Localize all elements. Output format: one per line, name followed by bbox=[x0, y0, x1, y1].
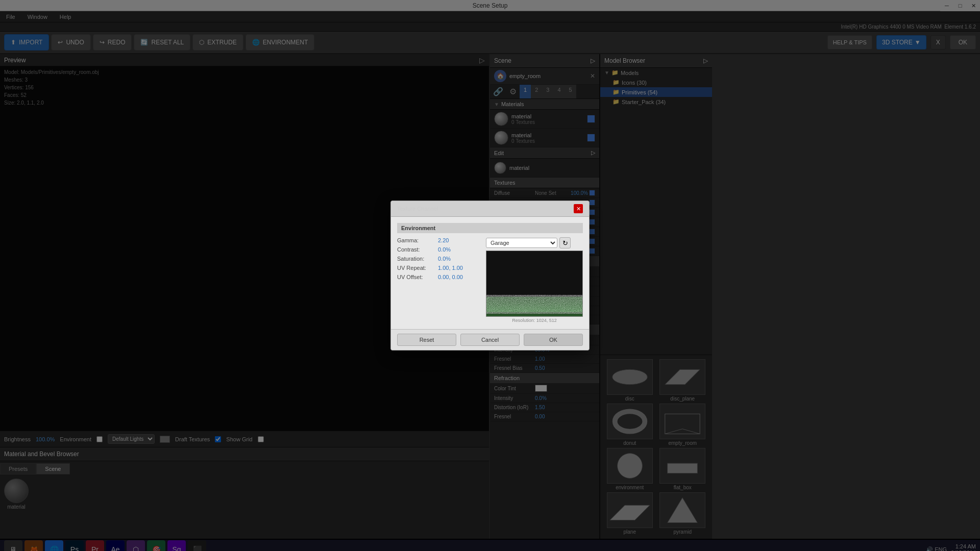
contrast-value[interactable]: 0.0% bbox=[438, 246, 451, 253]
contrast-label: Contrast: bbox=[397, 246, 438, 253]
texture-dropdown[interactable]: Garage bbox=[486, 238, 557, 248]
modal-ok-button[interactable]: OK bbox=[524, 334, 583, 346]
modal-content-area: Gamma: 2.20 Contrast: 0.0% Saturation: 0… bbox=[397, 237, 583, 323]
modal-footer: Reset Cancel OK bbox=[391, 329, 589, 350]
modal-reset-button[interactable]: Reset bbox=[397, 334, 456, 346]
modal-dropdown-row: Garage ↻ bbox=[486, 237, 583, 248]
uv-offset-label: UV Offset: bbox=[397, 274, 438, 280]
uv-repeat-value[interactable]: 1.00, 1.00 bbox=[438, 265, 463, 271]
modal-resolution: Resolution: 1024, 512 bbox=[486, 318, 583, 323]
modal-preview-area bbox=[486, 251, 583, 317]
modal-gamma-row: Gamma: 2.20 bbox=[397, 237, 482, 243]
preview-noise-svg bbox=[486, 251, 582, 316]
modal-title-bar: Texture Channel ✕ bbox=[391, 201, 589, 217]
modal-title: Texture Channel bbox=[397, 206, 438, 212]
modal-section-header: Environment bbox=[397, 223, 583, 233]
modal-overlay: Texture Channel ✕ Environment Gamma: 2.2… bbox=[0, 0, 980, 551]
saturation-label: Saturation: bbox=[397, 256, 438, 262]
svg-rect-10 bbox=[486, 297, 582, 312]
modal-saturation-row: Saturation: 0.0% bbox=[397, 256, 482, 262]
modal-contrast-row: Contrast: 0.0% bbox=[397, 246, 482, 253]
modal-uv-offset-row: UV Offset: 0.00, 0.00 bbox=[397, 274, 482, 280]
modal-uv-repeat-row: UV Repeat: 1.00, 1.00 bbox=[397, 265, 482, 271]
modal-close-button[interactable]: ✕ bbox=[574, 204, 583, 213]
modal-left: Gamma: 2.20 Contrast: 0.0% Saturation: 0… bbox=[397, 237, 482, 323]
saturation-value[interactable]: 0.0% bbox=[438, 256, 451, 262]
gamma-value[interactable]: 2.20 bbox=[438, 237, 449, 243]
refresh-button[interactable]: ↻ bbox=[559, 237, 571, 248]
modal-body: Environment Gamma: 2.20 Contrast: 0.0% S… bbox=[391, 217, 589, 329]
texture-channel-modal: Texture Channel ✕ Environment Gamma: 2.2… bbox=[390, 201, 590, 350]
modal-cancel-button[interactable]: Cancel bbox=[460, 334, 520, 346]
uv-offset-value[interactable]: 0.00, 0.00 bbox=[438, 274, 463, 280]
uv-repeat-label: UV Repeat: bbox=[397, 265, 438, 271]
gamma-label: Gamma: bbox=[397, 237, 438, 243]
modal-right: Garage ↻ bbox=[486, 237, 583, 323]
